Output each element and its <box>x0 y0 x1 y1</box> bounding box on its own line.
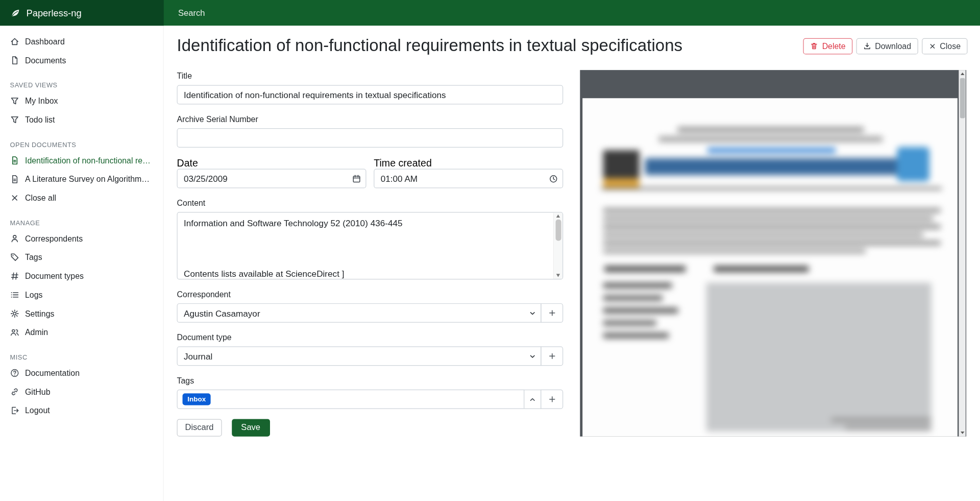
time-created-input[interactable] <box>374 169 563 188</box>
search-input[interactable] <box>177 8 732 18</box>
plus-icon <box>548 352 556 360</box>
sidebar-section-manage: MANAGE <box>0 216 163 229</box>
file-text-icon <box>10 155 19 164</box>
correspondent-field-group: Correspondent Agustin Casamayor <box>177 290 564 323</box>
date-label: Date <box>177 158 198 169</box>
tags-label: Tags <box>177 376 564 386</box>
scroll-down-icon[interactable] <box>959 429 965 437</box>
scroll-up-icon[interactable] <box>959 70 965 78</box>
app-logo[interactable]: Paperless-ng <box>0 0 164 26</box>
add-correspondent-button[interactable] <box>541 303 563 323</box>
sidebar-item-todo-list[interactable]: Todo list <box>0 110 163 129</box>
close-icon <box>928 42 936 50</box>
sidebar-open-document-2[interactable]: A Literature Survey on Algorithms for Mu… <box>0 170 163 188</box>
close-button-label: Close <box>940 41 961 51</box>
document-preview-pane <box>580 70 966 437</box>
download-icon <box>863 42 871 50</box>
add-tag-button[interactable] <box>541 390 563 409</box>
sidebar-item-label: Identification of non-functional require… <box>25 155 153 164</box>
title-input[interactable] <box>177 85 564 105</box>
close-button[interactable]: Close <box>922 38 968 54</box>
sidebar-item-github[interactable]: GitHub <box>0 382 163 401</box>
chevron-up-icon <box>529 395 536 403</box>
sidebar-item-label: Logs <box>25 290 43 299</box>
sidebar-item-label: A Literature Survey on Algorithms for Mu… <box>25 174 153 183</box>
sidebar-item-label: Dashboard <box>25 37 65 46</box>
sidebar-item-label: Close all <box>25 193 56 202</box>
title-field-group: Title <box>177 71 564 105</box>
sidebar-item-label: Logout <box>25 405 50 415</box>
main-content: Identification of non-functional require… <box>164 26 980 501</box>
funnel-icon <box>10 115 19 124</box>
collapse-tags-button[interactable] <box>524 390 541 409</box>
time-created-label: Time created <box>374 158 432 169</box>
sidebar-item-my-inbox[interactable]: My Inbox <box>0 91 163 110</box>
house-icon <box>10 37 19 46</box>
sidebar-item-label: Admin <box>25 327 48 337</box>
content-label: Content <box>177 198 564 208</box>
brand-name: Paperless-ng <box>26 8 81 18</box>
pdf-preview-content <box>582 98 958 436</box>
asn-label: Archive Serial Number <box>177 114 564 125</box>
sidebar-item-label: Tags <box>25 252 42 261</box>
sidebar-item-documents[interactable]: Documents <box>0 51 163 69</box>
scroll-down-icon[interactable] <box>556 274 560 277</box>
date-input[interactable] <box>177 169 366 188</box>
correspondent-select[interactable]: Agustin Casamayor <box>177 303 542 323</box>
tag-badge-inbox[interactable]: Inbox <box>183 394 211 405</box>
scrollbar-thumb[interactable] <box>555 220 561 241</box>
archive-serial-number-input[interactable] <box>177 128 564 148</box>
person-icon <box>10 233 19 243</box>
discard-button[interactable]: Discard <box>177 419 222 437</box>
save-button[interactable]: Save <box>232 419 270 437</box>
plus-icon <box>548 395 556 403</box>
delete-button[interactable]: Delete <box>803 38 852 54</box>
document-header: Identification of non-functional require… <box>177 26 968 58</box>
time-field-group: Time created <box>374 158 563 188</box>
app-window: Paperless-ng Dashboard Documents SAVED V… <box>0 0 980 501</box>
sidebar-item-correspondents[interactable]: Correspondents <box>0 229 163 248</box>
gear-icon <box>10 308 19 318</box>
document-type-label: Document type <box>177 332 564 343</box>
content-field-group: Content Information and Software Technol… <box>177 198 564 279</box>
tags-field-group: Tags Inbox <box>177 376 564 409</box>
sidebar-item-admin[interactable]: Admin <box>0 323 163 342</box>
sidebar-item-logout[interactable]: Logout <box>0 401 163 420</box>
sidebar-item-document-types[interactable]: Document types <box>0 267 163 285</box>
preview-scrollbar-thumb[interactable] <box>960 78 965 118</box>
preview-scrollbar[interactable] <box>959 70 965 437</box>
logout-icon <box>10 405 19 415</box>
date-time-row: Date Time created <box>177 158 564 188</box>
funnel-icon <box>10 96 19 105</box>
sidebar-item-close-all[interactable]: Close all <box>0 188 163 207</box>
leaf-icon <box>10 8 21 18</box>
file-text-icon <box>10 174 19 183</box>
content-textarea[interactable]: Information and Software Technology 52 (… <box>177 212 564 279</box>
sidebar-item-label: GitHub <box>25 387 51 396</box>
sidebar-section-misc: MISC <box>0 350 163 364</box>
close-icon <box>10 193 19 202</box>
sidebar-item-dashboard[interactable]: Dashboard <box>0 32 163 51</box>
page-title: Identification of non-functional require… <box>177 34 683 58</box>
document-type-field-group: Document type Journal <box>177 332 564 366</box>
sidebar-item-tags[interactable]: Tags <box>0 248 163 267</box>
content-scrollbar[interactable] <box>553 212 562 279</box>
document-type-select[interactable]: Journal <box>177 346 542 366</box>
pdf-page <box>582 98 958 436</box>
sidebar-item-label: My Inbox <box>25 96 58 105</box>
sidebar-item-settings[interactable]: Settings <box>0 304 163 323</box>
tag-icon <box>10 252 19 261</box>
sidebar-item-documentation[interactable]: Documentation <box>0 363 163 382</box>
sidebar-item-label: Document types <box>25 271 84 280</box>
top-navbar: Paperless-ng <box>0 0 980 26</box>
sidebar-item-label: Settings <box>25 308 55 318</box>
add-document-type-button[interactable] <box>541 346 563 366</box>
header-actions: Delete Download Close <box>803 38 968 54</box>
document-edit-form: Title Archive Serial Number Date <box>177 71 564 437</box>
sidebar-open-document-1[interactable]: Identification of non-functional require… <box>0 151 163 170</box>
download-button[interactable]: Download <box>856 38 918 54</box>
scroll-up-icon[interactable] <box>556 214 560 218</box>
tags-input[interactable]: Inbox <box>177 390 525 409</box>
sidebar-item-logs[interactable]: Logs <box>0 285 163 304</box>
link-icon <box>10 387 19 396</box>
